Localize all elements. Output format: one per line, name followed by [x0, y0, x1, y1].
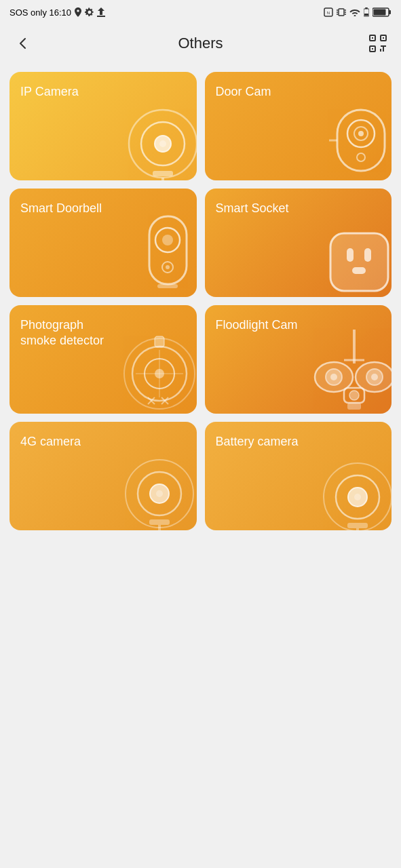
svg-rect-43 — [347, 248, 354, 262]
nfc-icon: N — [324, 7, 333, 17]
svg-rect-11 — [364, 14, 368, 16]
scan-button[interactable] — [366, 31, 390, 56]
smart-socket-label: Smart Socket — [216, 201, 315, 216]
smart-socket-card[interactable]: Smart Socket — [205, 189, 392, 297]
back-button[interactable] — [11, 31, 35, 56]
upload-icon — [97, 7, 105, 17]
status-left: SOS only 16:10 — [9, 7, 105, 18]
status-right: N — [324, 7, 392, 17]
photo-smoke-card[interactable]: Photograph smoke detector — [9, 305, 197, 414]
back-icon — [16, 36, 31, 51]
vibrate-icon — [337, 7, 346, 17]
ip-camera-icon — [115, 96, 197, 180]
4g-camera-card[interactable]: 4G camera — [9, 422, 197, 530]
svg-rect-67 — [347, 403, 361, 410]
svg-rect-36 — [149, 216, 187, 284]
status-bar: SOS only 16:10 N — [0, 0, 401, 24]
smoke-icon — [115, 323, 197, 414]
svg-point-64 — [371, 374, 378, 380]
svg-rect-44 — [364, 248, 371, 262]
svg-point-77 — [354, 494, 361, 500]
status-text: SOS only 16:10 — [9, 7, 71, 18]
door-cam-icon — [317, 96, 392, 180]
4g-camera-label: 4G camera — [20, 434, 119, 450]
svg-rect-14 — [374, 9, 386, 16]
smart-doorbell-card[interactable]: Smart Doorbell — [9, 189, 197, 297]
door-cam-card[interactable]: Door Cam — [205, 72, 392, 180]
battery-camera-label: Battery camera — [216, 434, 315, 450]
floodlight-cam-label: Floodlight Cam — [216, 317, 315, 333]
scan-icon — [369, 35, 387, 52]
svg-rect-20 — [372, 48, 373, 50]
header: Others — [0, 24, 401, 62]
svg-rect-41 — [157, 284, 178, 288]
svg-point-66 — [349, 391, 359, 400]
wifi-icon — [349, 8, 360, 16]
svg-rect-42 — [330, 233, 388, 291]
svg-rect-13 — [389, 10, 391, 14]
floodlight-icon — [310, 323, 392, 414]
door-cam-label: Door Cam — [216, 84, 315, 100]
socket-icon — [317, 220, 392, 297]
battery-camera-card[interactable]: Battery camera — [205, 422, 392, 530]
svg-point-27 — [159, 140, 166, 147]
svg-rect-72 — [149, 519, 170, 525]
floodlight-cam-card[interactable]: Floodlight Cam — [205, 305, 392, 414]
ip-camera-label: IP Camera — [20, 84, 119, 100]
battery-low-indicator — [364, 7, 369, 17]
location-icon — [74, 7, 82, 17]
svg-point-33 — [358, 131, 364, 136]
svg-rect-18 — [372, 37, 373, 39]
device-grid: IP Camera Door Cam — [0, 62, 401, 544]
svg-rect-50 — [155, 336, 164, 347]
svg-rect-28 — [153, 171, 173, 176]
page-title: Others — [178, 35, 223, 52]
4g-camera-icon — [115, 446, 197, 530]
ip-camera-card[interactable]: IP Camera — [9, 72, 197, 180]
svg-rect-2 — [339, 9, 344, 16]
svg-point-71 — [156, 490, 163, 497]
svg-point-34 — [357, 153, 365, 161]
svg-point-40 — [166, 265, 170, 269]
svg-rect-19 — [383, 37, 384, 39]
svg-point-61 — [330, 374, 337, 380]
photo-smoke-label: Photograph smoke detector — [20, 317, 119, 348]
svg-rect-78 — [347, 523, 368, 528]
battery-icon — [373, 7, 392, 17]
svg-point-38 — [162, 235, 173, 245]
doorbell-icon — [129, 206, 197, 297]
smart-doorbell-label: Smart Doorbell — [20, 201, 119, 216]
battery-cam-icon — [310, 446, 392, 530]
svg-text:N: N — [327, 11, 330, 15]
svg-rect-45 — [352, 267, 366, 274]
settings-icon — [85, 7, 94, 17]
